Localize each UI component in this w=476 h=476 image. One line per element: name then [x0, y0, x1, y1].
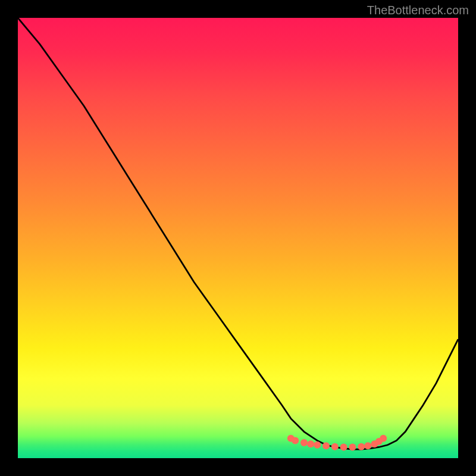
marker-dot [358, 443, 365, 450]
plot-area [18, 18, 458, 458]
marker-dot [349, 444, 356, 451]
marker-dot [322, 442, 330, 449]
watermark-text: TheBottleneck.com [367, 4, 469, 17]
bottleneck-curve [18, 18, 458, 449]
marker-dot [292, 437, 299, 444]
curve-svg [18, 18, 458, 458]
chart-container: TheBottleneck.com [0, 0, 476, 476]
marker-dot [300, 439, 308, 446]
marker-dot [380, 435, 387, 442]
marker-dot [331, 443, 339, 450]
marker-dot [307, 440, 314, 447]
marker-dot [340, 444, 347, 451]
marker-dot [314, 441, 321, 449]
marker-dot [364, 442, 371, 449]
